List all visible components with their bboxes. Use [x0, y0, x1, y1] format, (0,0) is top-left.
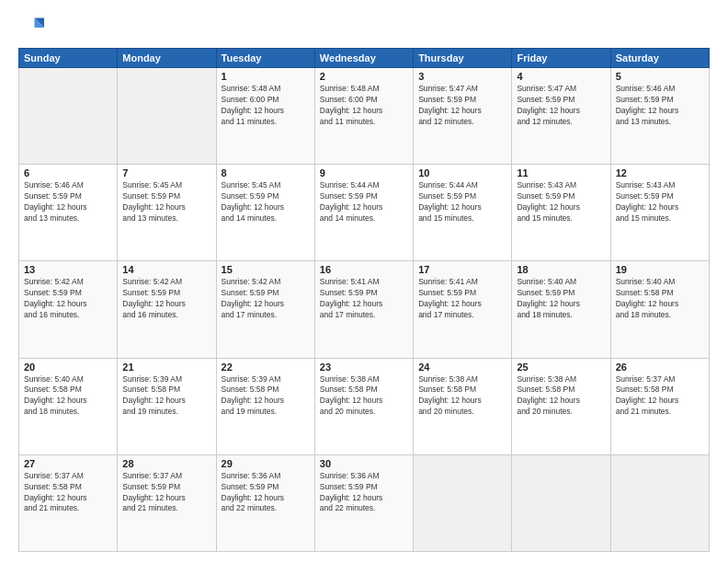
- day-cell: 9Sunrise: 5:44 AM Sunset: 5:59 PM Daylig…: [314, 165, 413, 261]
- week-row-5: 27Sunrise: 5:37 AM Sunset: 5:58 PM Dayli…: [19, 454, 710, 551]
- day-number: 21: [122, 362, 210, 373]
- day-number: 10: [418, 167, 506, 178]
- day-number: 27: [24, 458, 112, 469]
- day-number: 5: [616, 71, 704, 82]
- day-number: 16: [320, 264, 408, 275]
- day-number: 29: [222, 458, 310, 469]
- page: SundayMondayTuesdayWednesdayThursdayFrid…: [0, 0, 728, 563]
- day-cell: [19, 68, 118, 165]
- day-cell: [512, 454, 610, 551]
- day-number: 20: [24, 362, 112, 373]
- day-cell: 16Sunrise: 5:41 AM Sunset: 5:59 PM Dayli…: [314, 261, 413, 358]
- day-info: Sunrise: 5:38 AM Sunset: 5:58 PM Dayligh…: [418, 374, 506, 419]
- day-cell: 11Sunrise: 5:43 AM Sunset: 5:59 PM Dayli…: [512, 165, 610, 261]
- day-cell: 1Sunrise: 5:48 AM Sunset: 6:00 PM Daylig…: [216, 68, 314, 165]
- day-info: Sunrise: 5:46 AM Sunset: 5:59 PM Dayligh…: [616, 84, 704, 128]
- calendar-table: SundayMondayTuesdayWednesdayThursdayFrid…: [18, 48, 710, 552]
- day-number: 6: [24, 167, 112, 178]
- day-cell: 19Sunrise: 5:40 AM Sunset: 5:58 PM Dayli…: [610, 261, 709, 358]
- day-number: 25: [517, 362, 605, 373]
- day-number: 12: [616, 167, 704, 178]
- day-info: Sunrise: 5:41 AM Sunset: 5:59 PM Dayligh…: [320, 277, 408, 321]
- day-number: 30: [320, 458, 408, 469]
- day-info: Sunrise: 5:37 AM Sunset: 5:59 PM Dayligh…: [122, 471, 210, 515]
- day-info: Sunrise: 5:45 AM Sunset: 5:59 PM Dayligh…: [222, 180, 310, 224]
- day-info: Sunrise: 5:42 AM Sunset: 5:59 PM Dayligh…: [122, 277, 210, 321]
- day-number: 7: [122, 167, 210, 178]
- week-row-1: 1Sunrise: 5:48 AM Sunset: 6:00 PM Daylig…: [19, 68, 710, 165]
- week-row-4: 20Sunrise: 5:40 AM Sunset: 5:58 PM Dayli…: [19, 358, 710, 454]
- day-cell: 2Sunrise: 5:48 AM Sunset: 6:00 PM Daylig…: [314, 68, 413, 165]
- day-cell: 21Sunrise: 5:39 AM Sunset: 5:58 PM Dayli…: [118, 358, 216, 454]
- day-cell: 15Sunrise: 5:42 AM Sunset: 5:59 PM Dayli…: [216, 261, 314, 358]
- day-info: Sunrise: 5:42 AM Sunset: 5:59 PM Dayligh…: [24, 277, 112, 321]
- day-info: Sunrise: 5:47 AM Sunset: 5:59 PM Dayligh…: [418, 84, 506, 128]
- day-number: 22: [222, 362, 310, 373]
- day-cell: 7Sunrise: 5:45 AM Sunset: 5:59 PM Daylig…: [118, 165, 216, 261]
- day-number: 28: [122, 458, 210, 469]
- day-info: Sunrise: 5:39 AM Sunset: 5:58 PM Dayligh…: [222, 374, 310, 419]
- weekday-tuesday: Tuesday: [216, 49, 314, 68]
- day-cell: [610, 454, 709, 551]
- day-info: Sunrise: 5:39 AM Sunset: 5:58 PM Dayligh…: [122, 374, 210, 419]
- day-info: Sunrise: 5:44 AM Sunset: 5:59 PM Dayligh…: [418, 180, 506, 224]
- day-cell: 29Sunrise: 5:36 AM Sunset: 5:59 PM Dayli…: [216, 454, 314, 551]
- day-number: 19: [616, 264, 704, 275]
- day-number: 23: [320, 362, 408, 373]
- day-cell: 10Sunrise: 5:44 AM Sunset: 5:59 PM Dayli…: [414, 165, 512, 261]
- day-info: Sunrise: 5:37 AM Sunset: 5:58 PM Dayligh…: [24, 471, 112, 515]
- day-cell: 3Sunrise: 5:47 AM Sunset: 5:59 PM Daylig…: [414, 68, 512, 165]
- day-info: Sunrise: 5:43 AM Sunset: 5:59 PM Dayligh…: [517, 180, 605, 224]
- day-number: 13: [24, 264, 112, 275]
- day-cell: 26Sunrise: 5:37 AM Sunset: 5:58 PM Dayli…: [610, 358, 709, 454]
- day-cell: 13Sunrise: 5:42 AM Sunset: 5:59 PM Dayli…: [19, 261, 118, 358]
- day-info: Sunrise: 5:40 AM Sunset: 5:58 PM Dayligh…: [616, 277, 704, 321]
- day-number: 9: [320, 167, 408, 178]
- weekday-header-row: SundayMondayTuesdayWednesdayThursdayFrid…: [19, 49, 710, 68]
- day-info: Sunrise: 5:44 AM Sunset: 5:59 PM Dayligh…: [320, 180, 408, 224]
- day-cell: [118, 68, 216, 165]
- day-number: 18: [517, 264, 605, 275]
- day-number: 14: [122, 264, 210, 275]
- day-number: 26: [616, 362, 704, 373]
- day-info: Sunrise: 5:47 AM Sunset: 5:59 PM Dayligh…: [517, 84, 605, 128]
- header: [18, 15, 710, 40]
- day-cell: 18Sunrise: 5:40 AM Sunset: 5:59 PM Dayli…: [512, 261, 610, 358]
- day-cell: 28Sunrise: 5:37 AM Sunset: 5:59 PM Dayli…: [118, 454, 216, 551]
- day-cell: 22Sunrise: 5:39 AM Sunset: 5:58 PM Dayli…: [216, 358, 314, 454]
- day-number: 1: [222, 71, 310, 82]
- weekday-monday: Monday: [118, 49, 216, 68]
- day-number: 3: [418, 71, 506, 82]
- day-number: 17: [418, 264, 506, 275]
- day-info: Sunrise: 5:41 AM Sunset: 5:59 PM Dayligh…: [418, 277, 506, 321]
- day-info: Sunrise: 5:36 AM Sunset: 5:59 PM Dayligh…: [222, 471, 310, 515]
- day-info: Sunrise: 5:40 AM Sunset: 5:58 PM Dayligh…: [24, 374, 112, 419]
- day-info: Sunrise: 5:42 AM Sunset: 5:59 PM Dayligh…: [222, 277, 310, 321]
- weekday-sunday: Sunday: [19, 49, 118, 68]
- day-cell: 14Sunrise: 5:42 AM Sunset: 5:59 PM Dayli…: [118, 261, 216, 358]
- day-info: Sunrise: 5:45 AM Sunset: 5:59 PM Dayligh…: [122, 180, 210, 224]
- day-cell: 17Sunrise: 5:41 AM Sunset: 5:59 PM Dayli…: [414, 261, 512, 358]
- day-cell: 24Sunrise: 5:38 AM Sunset: 5:58 PM Dayli…: [414, 358, 512, 454]
- day-info: Sunrise: 5:48 AM Sunset: 6:00 PM Dayligh…: [320, 84, 408, 128]
- day-info: Sunrise: 5:40 AM Sunset: 5:59 PM Dayligh…: [517, 277, 605, 321]
- week-row-3: 13Sunrise: 5:42 AM Sunset: 5:59 PM Dayli…: [19, 261, 710, 358]
- day-info: Sunrise: 5:37 AM Sunset: 5:58 PM Dayligh…: [616, 374, 704, 419]
- day-cell: 25Sunrise: 5:38 AM Sunset: 5:58 PM Dayli…: [512, 358, 610, 454]
- day-number: 15: [222, 264, 310, 275]
- logo-icon: [18, 15, 44, 40]
- day-number: 11: [517, 167, 605, 178]
- logo: [18, 15, 48, 40]
- day-number: 2: [320, 71, 408, 82]
- day-number: 4: [517, 71, 605, 82]
- day-number: 24: [418, 362, 506, 373]
- day-info: Sunrise: 5:46 AM Sunset: 5:59 PM Dayligh…: [24, 180, 112, 224]
- day-info: Sunrise: 5:48 AM Sunset: 6:00 PM Dayligh…: [222, 84, 310, 128]
- day-cell: [414, 454, 512, 551]
- weekday-friday: Friday: [512, 49, 610, 68]
- day-info: Sunrise: 5:36 AM Sunset: 5:59 PM Dayligh…: [320, 471, 408, 515]
- week-row-2: 6Sunrise: 5:46 AM Sunset: 5:59 PM Daylig…: [19, 165, 710, 261]
- day-cell: 27Sunrise: 5:37 AM Sunset: 5:58 PM Dayli…: [19, 454, 118, 551]
- day-info: Sunrise: 5:38 AM Sunset: 5:58 PM Dayligh…: [320, 374, 408, 419]
- day-info: Sunrise: 5:38 AM Sunset: 5:58 PM Dayligh…: [517, 374, 605, 419]
